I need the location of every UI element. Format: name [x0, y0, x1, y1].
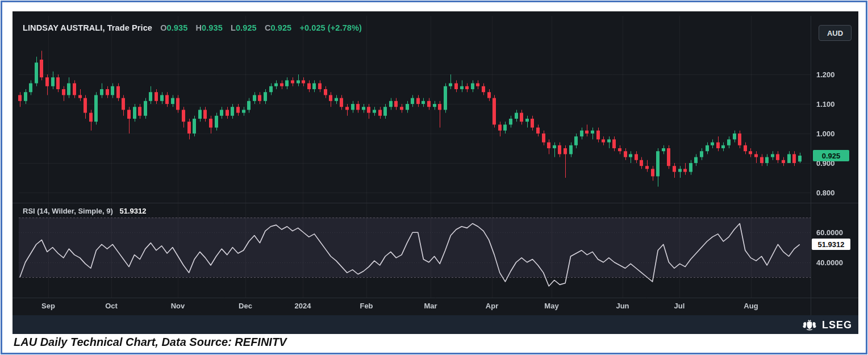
lseg-logo: LSEG	[773, 317, 852, 333]
time-axis-label: Apr	[486, 302, 498, 310]
time-axis-label: Jun	[616, 302, 629, 310]
lseg-logo-text: LSEG	[822, 319, 852, 331]
symbol-title: LINDSAY AUSTRALI, Trade Price	[23, 23, 152, 32]
time-axis-label: Feb	[360, 302, 373, 310]
rsi-legend[interactable]: RSI (14, Wilder, Simple, 9) 51.9312	[23, 207, 146, 215]
rsi-label: RSI (14, Wilder, Simple, 9)	[23, 207, 113, 215]
time-axis-label: Oct	[105, 302, 118, 310]
time-axis-label: May	[544, 302, 558, 310]
open-label: O	[160, 23, 166, 32]
time-axis-label: Aug	[744, 302, 758, 310]
low-value: 0.925	[236, 23, 257, 32]
chart-legend[interactable]: LINDSAY AUSTRALI, Trade Price O0.935 H0.…	[23, 23, 362, 32]
price-axis-tick: 1.200	[816, 70, 835, 79]
time-axis-label: Jul	[674, 302, 685, 310]
last-price-badge: 0.925	[813, 150, 849, 161]
price-axis-tick: 1.100	[816, 100, 835, 108]
time-axis-label: Mar	[424, 302, 437, 310]
close-label: C	[265, 23, 271, 32]
lseg-crest-icon	[801, 319, 818, 331]
change-value: +0.025 (+2.78%)	[299, 23, 362, 32]
high-value: 0.935	[202, 23, 223, 32]
close-value: 0.925	[270, 23, 291, 32]
rsi-axis-tick: 40.0000	[816, 258, 843, 266]
price-axis-tick: 0.800	[816, 189, 835, 197]
low-label: L	[231, 23, 236, 32]
price-axis-tick: 1.000	[816, 130, 835, 138]
high-label: H	[195, 23, 202, 32]
time-axis-label: Sep	[41, 302, 55, 310]
chart-caption: LAU Daily Technical Chart, Data Source: …	[14, 336, 286, 349]
time-axis-label: 2024	[295, 302, 311, 310]
rsi-value: 51.9312	[119, 207, 146, 215]
currency-badge[interactable]: AUD	[819, 25, 852, 41]
rsi-axis-tick: 60.0000	[816, 228, 843, 237]
rsi-value-badge: 51.9312	[812, 239, 850, 250]
time-axis-label: Dec	[239, 302, 252, 310]
chart-window: LINDSAY AUSTRALI, Trade Price O0.935 H0.…	[0, 0, 868, 355]
open-value: 0.935	[167, 23, 188, 32]
time-axis-label: Nov	[171, 302, 185, 310]
